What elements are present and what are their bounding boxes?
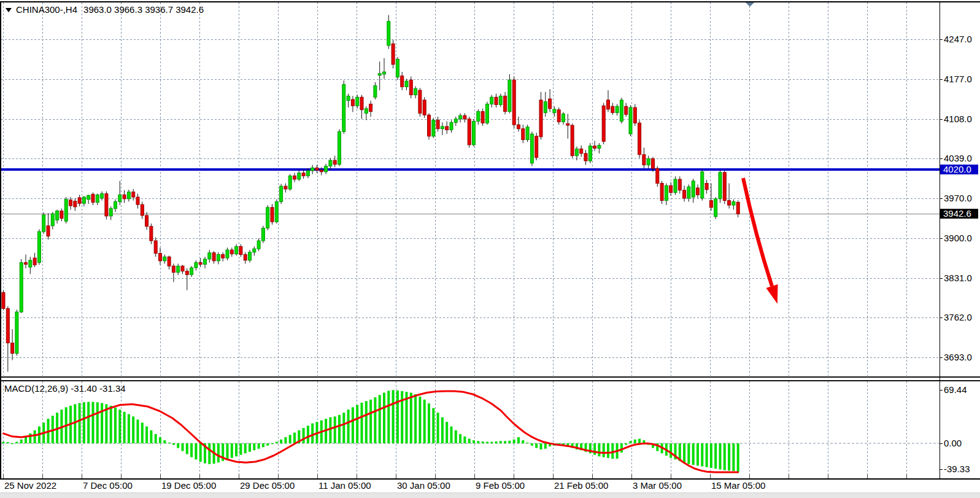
current-price-badge: 3942.6: [940, 209, 978, 219]
trading-chart-window: CHINA300-,H4 3963.0 3966.3 3936.7 3942.6…: [0, 0, 980, 498]
time-axis-label: 15 Mar 05:00: [711, 481, 765, 491]
time-axis-label: 11 Jan 05:00: [318, 481, 371, 491]
time-axis-label: 30 Jan 05:00: [397, 481, 450, 491]
blue-line-price-badge[interactable]: 4020.0: [940, 165, 978, 174]
macd-axis-min-label: -39.33: [944, 464, 970, 474]
time-axis-label: 19 Dec 05:00: [161, 481, 216, 491]
symbol-timeframe-label: CHINA300-,H4: [16, 4, 77, 15]
time-axis-label: 25 Nov 2022: [4, 481, 56, 491]
price-axis-label: 3762.0: [944, 313, 972, 322]
price-axis-label: 4177.0: [944, 74, 972, 84]
symbol-dropdown-triangle-icon[interactable]: [6, 8, 12, 12]
chart-canvas[interactable]: [0, 0, 980, 498]
price-axis-label: 3831.0: [944, 273, 972, 283]
chart-title: CHINA300-,H4 3963.0 3966.3 3936.7 3942.6: [4, 4, 204, 15]
macd-axis-zero-label: 0.00: [944, 438, 962, 448]
price-axis-label: 4108.0: [944, 114, 972, 124]
price-axis-label: 4247.0: [944, 34, 972, 44]
time-axis-label: 29 Dec 05:00: [240, 481, 295, 491]
macd-indicator-label: MACD(12,26,9) -31.40 -31.34: [4, 383, 126, 394]
price-axis-label: 4039.0: [944, 154, 972, 163]
time-axis-label: 9 Feb 05:00: [476, 481, 525, 491]
ohlc-quotes-label: 3963.0 3966.3 3936.7 3942.6: [83, 4, 204, 15]
macd-axis-max-label: 69.44: [944, 385, 967, 395]
status-bar: [0, 492, 980, 498]
time-axis-label: 21 Feb 05:00: [554, 481, 608, 491]
chart-shift-marker-icon: [746, 2, 754, 7]
time-axis-label: 3 Mar 05:00: [633, 481, 682, 491]
price-axis-label: 3970.0: [944, 193, 972, 203]
price-axis-label: 3693.0: [944, 352, 972, 362]
down-arrow-annotation: [743, 178, 778, 304]
price-axis-label: 3900.0: [944, 233, 972, 243]
time-axis-label: 7 Dec 05:00: [83, 481, 133, 491]
